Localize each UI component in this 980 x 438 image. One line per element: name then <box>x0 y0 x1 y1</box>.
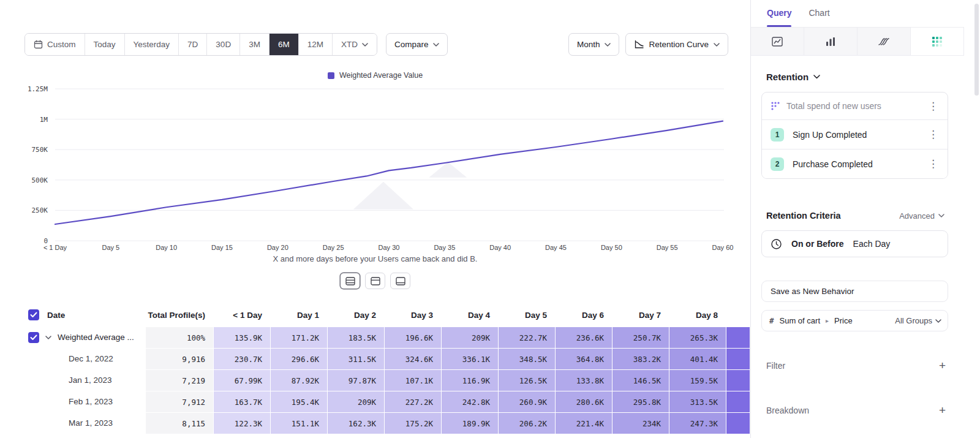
retention-value-cell[interactable]: 280.6K <box>555 391 612 412</box>
date-range-6m[interactable]: 6M <box>270 34 299 55</box>
retention-value-cell[interactable]: 236.6K <box>555 327 612 348</box>
table-row[interactable]: Mar 1, 20238,115122.3K151.1K162.3K175.2K… <box>0 412 750 434</box>
retention-value-cell-clipped[interactable] <box>726 412 750 434</box>
kebab-menu-icon[interactable]: ⋮ <box>925 129 941 140</box>
retention-value-cell[interactable]: 67.99K <box>213 369 270 391</box>
retention-value-cell-clipped[interactable] <box>726 327 750 348</box>
retention-value-cell[interactable]: 242.8K <box>441 391 498 412</box>
retention-value-cell[interactable]: 206.2K <box>498 412 555 434</box>
behavior-step[interactable]: 2Purchase Completed⋮ <box>762 149 948 178</box>
retention-value-cell[interactable]: 348.5K <box>498 348 555 369</box>
retention-value-cell[interactable]: 162.3K <box>327 412 384 434</box>
retention-value-cell[interactable]: 171.2K <box>270 327 327 348</box>
retention-value-cell[interactable]: 195.4K <box>270 391 327 412</box>
measure-row[interactable]: # Sum of cart ▸ Price All Groups <box>761 310 948 331</box>
scrollbar-thumb[interactable] <box>974 4 979 96</box>
view-type-dropdown[interactable]: Retention Curve <box>625 33 728 56</box>
tab-chart[interactable]: Chart <box>809 8 829 21</box>
retention-value-cell[interactable]: 250.7K <box>612 327 669 348</box>
tab-query[interactable]: Query <box>767 8 791 21</box>
granularity-dropdown[interactable]: Month <box>568 33 620 56</box>
date-range-12m[interactable]: 12M <box>299 34 333 55</box>
table-split-view-button[interactable] <box>365 273 385 289</box>
retention-value-cell[interactable]: 151.1K <box>270 412 327 434</box>
chart-type-flows-button[interactable] <box>858 28 911 55</box>
retention-value-cell[interactable]: 146.5K <box>612 369 669 391</box>
date-range-today[interactable]: Today <box>85 34 125 55</box>
retention-value-cell[interactable]: 221.4K <box>555 412 612 434</box>
retention-value-cell[interactable]: 116.9K <box>441 369 498 391</box>
add-breakdown-button[interactable]: + <box>939 404 946 416</box>
kebab-menu-icon[interactable]: ⋮ <box>925 101 941 111</box>
retention-value-cell[interactable]: 401.4K <box>669 348 726 369</box>
row-checkbox[interactable] <box>28 332 39 343</box>
retention-value-cell[interactable]: 336.1K <box>441 348 498 369</box>
advanced-dropdown[interactable]: Advanced <box>899 211 944 221</box>
retention-value-cell[interactable]: 247.3K <box>669 412 726 434</box>
date-range-3m[interactable]: 3M <box>240 34 270 55</box>
table-row[interactable]: Dec 1, 20229,916230.7K296.6K311.5K324.6K… <box>0 348 750 369</box>
column-header: Day 5 <box>498 303 555 327</box>
column-header: Day 1 <box>270 303 327 327</box>
table-row[interactable]: Feb 1, 20237,912163.7K195.4K209K227.2K24… <box>0 391 750 412</box>
kebab-menu-icon[interactable]: ⋮ <box>925 159 941 169</box>
retention-value-cell[interactable]: 230.7K <box>213 348 270 369</box>
retention-value-cell[interactable]: 209K <box>327 391 384 412</box>
date-range-custom[interactable]: Custom <box>25 34 85 55</box>
retention-value-cell[interactable]: 324.6K <box>384 348 441 369</box>
step-index-badge: 2 <box>771 157 784 171</box>
retention-value-cell-clipped[interactable] <box>726 348 750 369</box>
row-header-weighted-average: Weighted Average ... <box>0 327 146 348</box>
date-range-30d[interactable]: 30D <box>207 34 240 55</box>
retention-value-cell[interactable]: 97.87K <box>327 369 384 391</box>
retention-value-cell[interactable]: 222.7K <box>498 327 555 348</box>
retention-value-cell[interactable]: 126.5K <box>498 369 555 391</box>
retention-value-cell[interactable]: 209K <box>441 327 498 348</box>
retention-value-cell[interactable]: 159.5K <box>669 369 726 391</box>
retention-value-cell[interactable]: 163.7K <box>213 391 270 412</box>
retention-value-cell-clipped[interactable] <box>726 391 750 412</box>
retention-dropdown[interactable]: Retention <box>766 72 820 82</box>
compare-button[interactable]: Compare <box>386 33 448 56</box>
retention-value-cell[interactable]: 311.5K <box>327 348 384 369</box>
behavior-step[interactable]: 1Sign Up Completed⋮ <box>762 119 948 149</box>
retention-value-cell[interactable]: 133.8K <box>555 369 612 391</box>
retention-value-cell[interactable]: 313.5K <box>669 391 726 412</box>
retention-value-cell[interactable]: 383.2K <box>612 348 669 369</box>
chart-type-retention-button[interactable] <box>911 28 964 55</box>
date-range-group: CustomTodayYesterday7D30D3M6M12MXTD <box>24 33 377 56</box>
retention-value-cell[interactable]: 295.8K <box>612 391 669 412</box>
retention-value-cell[interactable]: 135.9K <box>213 327 270 348</box>
select-all-checkbox[interactable] <box>28 309 39 320</box>
groups-dropdown[interactable]: All Groups <box>895 316 941 325</box>
date-range-yesterday[interactable]: Yesterday <box>125 34 179 55</box>
retention-criteria-card[interactable]: On or Before Each Day <box>761 230 948 257</box>
chevron-down-icon <box>938 214 944 217</box>
date-range-7d[interactable]: 7D <box>179 34 207 55</box>
retention-value-cell[interactable]: 122.3K <box>213 412 270 434</box>
retention-value-cell[interactable]: 189.9K <box>441 412 498 434</box>
retention-value-cell[interactable]: 183.5K <box>327 327 384 348</box>
retention-value-cell[interactable]: 265.3K <box>669 327 726 348</box>
behavior-header[interactable]: Total spend of new users ⋮ <box>762 93 948 119</box>
retention-value-cell[interactable]: 260.9K <box>498 391 555 412</box>
save-as-new-behavior-button[interactable]: Save as New Behavior <box>761 281 948 302</box>
chart-type-insights-button[interactable] <box>751 28 804 55</box>
table-row[interactable]: Weighted Average ...100%135.9K171.2K183.… <box>0 327 750 348</box>
retention-value-cell[interactable]: 196.6K <box>384 327 441 348</box>
retention-value-cell[interactable]: 175.2K <box>384 412 441 434</box>
table-compact-view-button[interactable] <box>390 273 410 289</box>
table-rows-view-button[interactable] <box>340 273 360 289</box>
retention-value-cell[interactable]: 296.6K <box>270 348 327 369</box>
retention-value-cell[interactable]: 227.2K <box>384 391 441 412</box>
add-filter-button[interactable]: + <box>939 360 946 371</box>
retention-value-cell[interactable]: 87.92K <box>270 369 327 391</box>
retention-value-cell[interactable]: 107.1K <box>384 369 441 391</box>
retention-value-cell[interactable]: 364.8K <box>555 348 612 369</box>
table-row[interactable]: Jan 1, 20237,21967.99K87.92K97.87K107.1K… <box>0 369 750 391</box>
retention-value-cell[interactable]: 234K <box>612 412 669 434</box>
date-range-xtd[interactable]: XTD <box>333 34 377 55</box>
expand-row-icon[interactable] <box>45 336 51 339</box>
chart-type-bar-button[interactable] <box>804 28 858 55</box>
retention-value-cell-clipped[interactable] <box>726 369 750 391</box>
